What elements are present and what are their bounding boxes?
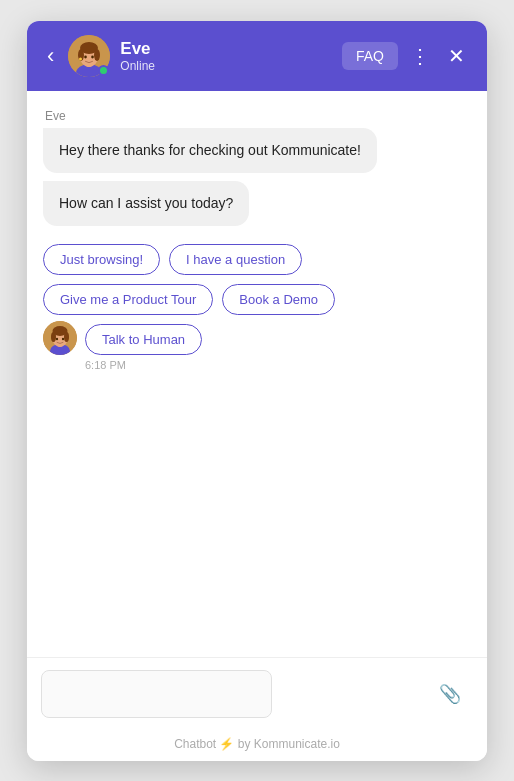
svg-point-7 [85,55,88,58]
chat-body: Eve Hey there thanks for checking out Ko… [27,91,487,657]
chat-footer: Chatbot ⚡ by Kommunicate.io [27,730,487,761]
message-bubble-1: Hey there thanks for checking out Kommun… [43,128,377,173]
quick-reply-book-demo[interactable]: Book a Demo [222,284,335,315]
agent-name: Eve [120,39,332,59]
chat-header: ‹ [27,21,487,91]
header-actions: FAQ ⋮ ✕ [342,42,471,70]
more-options-button[interactable]: ⋮ [404,42,436,70]
svg-point-6 [94,49,100,61]
svg-point-8 [92,55,95,58]
message-group: Hey there thanks for checking out Kommun… [43,128,471,234]
sender-label: Eve [45,109,471,123]
close-button[interactable]: ✕ [442,42,471,70]
quick-replies-container: Just browsing! I have a question Give me… [43,244,471,315]
quick-reply-talk-to-human[interactable]: Talk to Human [85,324,202,355]
quick-reply-just-browsing[interactable]: Just browsing! [43,244,160,275]
attachment-icon[interactable]: 📎 [439,683,461,705]
faq-button[interactable]: FAQ [342,42,398,70]
bot-message-row: Talk to Human [43,321,471,355]
svg-point-9 [79,57,82,60]
svg-point-16 [64,332,69,342]
agent-avatar-wrap [68,35,110,77]
message-bubble-2: How can I assist you today? [43,181,249,226]
message-timestamp: 6:18 PM [85,359,471,371]
chat-input-area: 📎 [27,657,487,730]
footer-text: Chatbot ⚡ by Kommunicate.io [174,737,340,751]
quick-reply-product-tour[interactable]: Give me a Product Tour [43,284,213,315]
input-wrap: 📎 [41,670,473,718]
agent-status: Online [120,59,332,73]
svg-point-17 [56,337,58,339]
chat-input[interactable] [41,670,272,718]
quick-reply-have-question[interactable]: I have a question [169,244,302,275]
back-button[interactable]: ‹ [43,45,58,67]
online-indicator [98,65,109,76]
bot-avatar [43,321,77,355]
svg-point-15 [51,332,56,342]
header-info: Eve Online [120,39,332,73]
chat-widget: ‹ [27,21,487,761]
svg-point-18 [62,337,64,339]
